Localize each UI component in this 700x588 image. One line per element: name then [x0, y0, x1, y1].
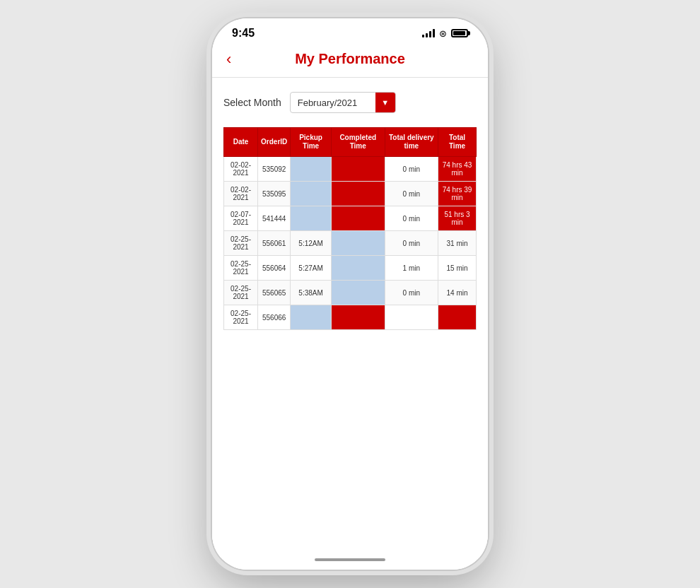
table-cell: [331, 256, 385, 281]
month-selector: Select Month February/2021 ▼: [223, 92, 477, 113]
col-orderid: OrderID: [258, 128, 291, 157]
table-cell: [291, 206, 332, 231]
table-header-row: Date OrderID Pickup Time Completed Time …: [224, 128, 477, 157]
table-cell: [331, 206, 385, 231]
month-selector-label: Select Month: [223, 97, 281, 108]
table-cell: 0 min: [385, 182, 438, 206]
header: ‹ My Performance: [212, 44, 488, 78]
table-cell: 0 min: [385, 157, 438, 182]
content: Select Month February/2021 ▼ Date OrderI…: [212, 78, 488, 553]
performance-table: Date OrderID Pickup Time Completed Time …: [223, 127, 477, 330]
table-row: 02-25-20215560615:12AM0 min31 min: [224, 231, 477, 256]
table-cell: 5:38AM: [291, 281, 332, 305]
table-cell: 02-25-2021: [224, 231, 258, 256]
phone-frame: 9:45 ⊛ ‹ My Performance Select Month: [212, 18, 488, 570]
battery-icon: [451, 29, 468, 37]
col-completed: Completed Time: [331, 128, 385, 157]
table-cell: 556061: [258, 231, 291, 256]
home-bar: [315, 558, 385, 561]
table-cell: 02-02-2021: [224, 182, 258, 206]
table-cell: 556065: [258, 281, 291, 305]
table-cell: 541444: [258, 206, 291, 231]
table-cell: 14 min: [438, 281, 477, 305]
table-cell: 556066: [258, 305, 291, 330]
table-cell: [331, 231, 385, 256]
col-date: Date: [224, 128, 258, 157]
table-cell: [438, 305, 477, 330]
table-cell: 0 min: [385, 281, 438, 305]
table-cell: [385, 305, 438, 330]
table-cell: 5:12AM: [291, 231, 332, 256]
table-cell: [331, 281, 385, 305]
table-row: 02-25-20215560645:27AM1 min15 min: [224, 256, 477, 281]
table-row: 02-07-20215414440 min51 hrs 3 min: [224, 206, 477, 231]
table-cell: 0 min: [385, 231, 438, 256]
table-row: 02-25-2021556066: [224, 305, 477, 330]
table-cell: 5:27AM: [291, 256, 332, 281]
table-cell: [331, 182, 385, 206]
table-cell: [291, 182, 332, 206]
table-cell: 02-02-2021: [224, 157, 258, 182]
table-cell: 535095: [258, 182, 291, 206]
table-row: 02-02-20215350950 min74 hrs 39 min: [224, 182, 477, 206]
table-row: 02-25-20215560655:38AM0 min14 min: [224, 281, 477, 305]
month-dropdown-arrow[interactable]: ▼: [375, 92, 395, 113]
status-bar: 9:45 ⊛: [212, 18, 488, 44]
screen: 9:45 ⊛ ‹ My Performance Select Month: [212, 18, 488, 570]
table-cell: [331, 305, 385, 330]
col-total: Total Time: [438, 128, 477, 157]
table-cell: 51 hrs 3 min: [438, 206, 477, 231]
status-icons: ⊛: [422, 28, 468, 39]
table-cell: 02-25-2021: [224, 305, 258, 330]
table-cell: 31 min: [438, 231, 477, 256]
page-title: My Performance: [295, 51, 405, 67]
col-pickup: Pickup Time: [291, 128, 332, 157]
back-button[interactable]: ‹: [226, 50, 231, 69]
table-cell: 02-25-2021: [224, 281, 258, 305]
wifi-icon: ⊛: [439, 28, 447, 39]
table-cell: 535092: [258, 157, 291, 182]
table-cell: 15 min: [438, 256, 477, 281]
table-cell: 1 min: [385, 256, 438, 281]
home-indicator: [212, 553, 488, 570]
table-cell: [291, 157, 332, 182]
table-cell: 74 hrs 39 min: [438, 182, 477, 206]
month-value: February/2021: [291, 98, 375, 108]
table-cell: 556064: [258, 256, 291, 281]
month-dropdown[interactable]: February/2021 ▼: [290, 92, 396, 113]
table-cell: [331, 157, 385, 182]
table-cell: 74 hrs 43 min: [438, 157, 477, 182]
signal-icon: [422, 29, 435, 37]
table-cell: 02-07-2021: [224, 206, 258, 231]
table-row: 02-02-20215350920 min74 hrs 43 min: [224, 157, 477, 182]
table-cell: 02-25-2021: [224, 256, 258, 281]
col-delivery: Total delivery time: [385, 128, 438, 157]
table-cell: 0 min: [385, 206, 438, 231]
table-cell: [291, 305, 332, 330]
status-time: 9:45: [232, 27, 255, 40]
